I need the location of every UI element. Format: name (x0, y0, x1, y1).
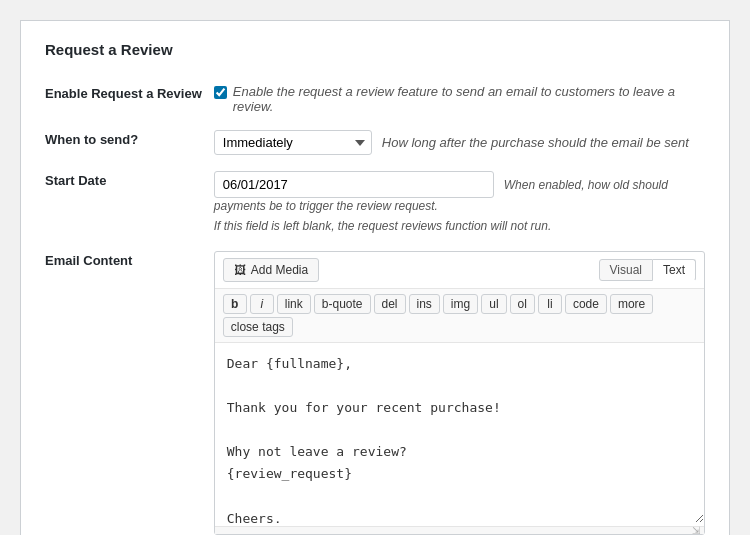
fmt-close-tags[interactable]: close tags (223, 317, 293, 337)
editor-resize-handle[interactable]: ⇲ (215, 526, 704, 534)
start-date-input-cell: When enabled, how old should payments be… (214, 163, 705, 243)
fmt-li[interactable]: li (538, 294, 562, 314)
add-media-button[interactable]: 🖼 Add Media (223, 258, 319, 282)
start-date-help: If this field is left blank, the request… (214, 217, 705, 235)
fmt-ins[interactable]: ins (409, 294, 440, 314)
when-to-send-select[interactable]: Immediately 1 day after purchase 3 days … (214, 130, 372, 155)
enable-help-text: Enable the request a review feature to s… (233, 84, 705, 114)
editor-top-bar: 🖼 Add Media Visual Text (215, 252, 704, 289)
request-a-review-panel: Request a Review Enable Request a Review… (20, 20, 730, 535)
panel-title: Request a Review (45, 41, 705, 58)
enable-row: Enable Request a Review Enable the reque… (45, 76, 705, 122)
fmt-ol[interactable]: ol (510, 294, 535, 314)
fmt-img[interactable]: img (443, 294, 478, 314)
fmt-bquote[interactable]: b-quote (314, 294, 371, 314)
tab-visual[interactable]: Visual (599, 259, 653, 281)
fmt-ul[interactable]: ul (481, 294, 506, 314)
start-date-field-wrap: When enabled, how old should payments be… (214, 171, 705, 235)
email-content-input-cell: 🖼 Add Media Visual Text b i link b-q (214, 243, 705, 535)
fmt-link[interactable]: link (277, 294, 311, 314)
fmt-italic[interactable]: i (250, 294, 274, 314)
resize-icon: ⇲ (692, 525, 700, 535)
enable-label: Enable Request a Review (45, 76, 214, 122)
start-date-row: Start Date When enabled, how old should … (45, 163, 705, 243)
add-media-label: Add Media (251, 263, 308, 277)
enable-checkbox-row: Enable the request a review feature to s… (214, 84, 705, 114)
enable-checkbox[interactable] (214, 86, 227, 99)
settings-form: Enable Request a Review Enable the reque… (45, 76, 705, 535)
when-to-send-input-cell: Immediately 1 day after purchase 3 days … (214, 122, 705, 163)
when-to-send-row: When to send? Immediately 1 day after pu… (45, 122, 705, 163)
fmt-code[interactable]: code (565, 294, 607, 314)
enable-input-cell: Enable the request a review feature to s… (214, 76, 705, 122)
add-media-icon: 🖼 (234, 263, 246, 277)
format-toolbar: b i link b-quote del ins img ul ol li co… (215, 289, 704, 343)
start-date-input[interactable] (214, 171, 494, 198)
fmt-bold[interactable]: b (223, 294, 247, 314)
when-to-send-wrapper: Immediately 1 day after purchase 3 days … (214, 130, 689, 155)
email-content-label: Email Content (45, 243, 214, 535)
editor-wrap: 🖼 Add Media Visual Text b i link b-q (214, 251, 705, 535)
email-content-textarea[interactable]: Dear {fullname}, Thank you for your rece… (215, 343, 704, 523)
when-to-send-help: How long after the purchase should the e… (382, 135, 689, 150)
fmt-more[interactable]: more (610, 294, 653, 314)
when-to-send-label: When to send? (45, 122, 214, 163)
email-content-row: Email Content 🖼 Add Media Visual Text (45, 243, 705, 535)
view-tabs: Visual Text (599, 259, 696, 281)
tab-text[interactable]: Text (653, 259, 696, 281)
start-date-label: Start Date (45, 163, 214, 243)
fmt-del[interactable]: del (374, 294, 406, 314)
